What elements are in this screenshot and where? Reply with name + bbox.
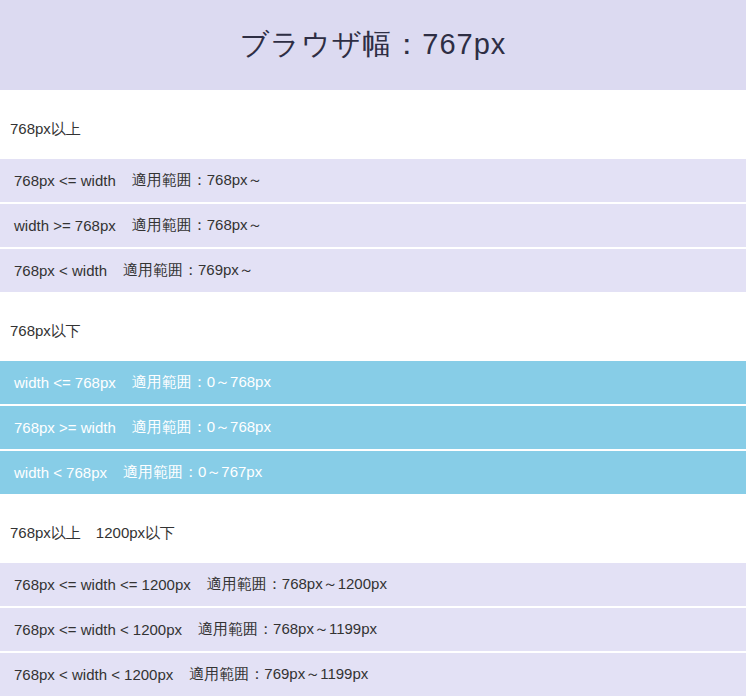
condition-label: 768px <= width < 1200px bbox=[14, 621, 182, 638]
breakpoint-list: 768px以上 768px <= width 適用範囲：768px～ width… bbox=[0, 120, 746, 696]
applied-range-label: 適用範囲：0～768px bbox=[132, 418, 271, 437]
section-heading: 768px以上 bbox=[0, 120, 746, 139]
media-query-row-active: 768px >= width 適用範囲：0～768px bbox=[0, 406, 746, 449]
condition-label: 768px < width bbox=[14, 262, 107, 279]
page-header: ブラウザ幅：767px bbox=[0, 0, 746, 90]
condition-label: 768px < width < 1200px bbox=[14, 666, 173, 683]
condition-label: width < 768px bbox=[14, 464, 107, 481]
media-query-row-active: width < 768px 適用範囲：0～767px bbox=[0, 451, 746, 494]
condition-label: 768px <= width <= 1200px bbox=[14, 576, 191, 593]
applied-range-label: 適用範囲：769px～1199px bbox=[189, 665, 368, 684]
condition-label: 768px <= width bbox=[14, 172, 116, 189]
applied-range-label: 適用範囲：768px～1199px bbox=[198, 620, 377, 639]
condition-label: width >= 768px bbox=[14, 217, 116, 234]
media-query-row: 768px <= width <= 1200px 適用範囲：768px～1200… bbox=[0, 563, 746, 606]
section-heading: 768px以上 1200px以下 bbox=[0, 524, 746, 543]
applied-range-label: 適用範囲：768px～ bbox=[132, 216, 263, 235]
applied-range-label: 適用範囲：0～767px bbox=[123, 463, 262, 482]
media-query-row-active: width <= 768px 適用範囲：0～768px bbox=[0, 361, 746, 404]
media-query-row: 768px < width < 1200px 適用範囲：769px～1199px bbox=[0, 653, 746, 696]
applied-range-label: 適用範囲：769px～ bbox=[123, 261, 254, 280]
applied-range-label: 適用範囲：0～768px bbox=[132, 373, 271, 392]
section-heading: 768px以下 bbox=[0, 322, 746, 341]
condition-label: 768px >= width bbox=[14, 419, 116, 436]
section-range-width: 768px以上 1200px以下 768px <= width <= 1200p… bbox=[0, 524, 746, 696]
applied-range-label: 適用範囲：768px～1200px bbox=[207, 575, 387, 594]
media-query-row: 768px <= width 適用範囲：768px～ bbox=[0, 159, 746, 202]
applied-range-label: 適用範囲：768px～ bbox=[132, 171, 263, 190]
media-query-row: 768px < width 適用範囲：769px～ bbox=[0, 249, 746, 292]
media-query-row: width >= 768px 適用範囲：768px～ bbox=[0, 204, 746, 247]
section-min-width: 768px以上 768px <= width 適用範囲：768px～ width… bbox=[0, 120, 746, 292]
condition-label: width <= 768px bbox=[14, 374, 116, 391]
browser-width-title: ブラウザ幅：767px bbox=[240, 25, 507, 65]
section-max-width: 768px以下 width <= 768px 適用範囲：0～768px 768p… bbox=[0, 322, 746, 494]
media-query-row: 768px <= width < 1200px 適用範囲：768px～1199p… bbox=[0, 608, 746, 651]
